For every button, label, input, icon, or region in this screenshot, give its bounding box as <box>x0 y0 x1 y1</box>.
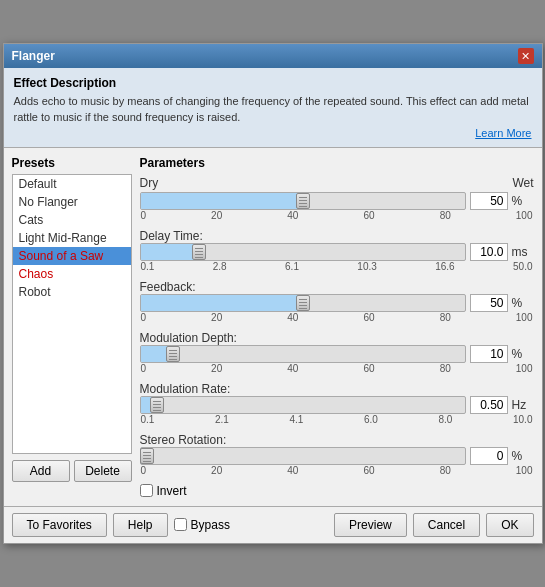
stereo-rotation-param: Stereo Rotation: % 020406080100 <box>140 433 534 476</box>
mod-depth-value[interactable] <box>470 345 508 363</box>
presets-list: Default No Flanger Cats Light Mid-Range … <box>12 174 132 454</box>
stereo-rotation-slider[interactable] <box>140 447 466 465</box>
delay-time-label: Delay Time: <box>140 229 534 243</box>
mod-depth-marks: 020406080100 <box>140 363 534 374</box>
invert-checkbox[interactable] <box>140 484 153 497</box>
preset-item-cats[interactable]: Cats <box>13 211 131 229</box>
learn-more-link[interactable]: Learn More <box>14 127 532 139</box>
mod-rate-value[interactable] <box>470 396 508 414</box>
flanger-dialog: Flanger ✕ Effect Description Adds echo t… <box>3 43 543 544</box>
stereo-rotation-label: Stereo Rotation: <box>140 433 534 447</box>
mod-depth-label: Modulation Depth: <box>140 331 534 345</box>
stereo-rotation-unit: % <box>512 449 534 463</box>
feedback-label: Feedback: <box>140 280 534 294</box>
stereo-rotation-value[interactable] <box>470 447 508 465</box>
add-preset-button[interactable]: Add <box>12 460 70 482</box>
preset-item-robot[interactable]: Robot <box>13 283 131 301</box>
wet-label: Wet <box>512 176 533 190</box>
presets-panel: Presets Default No Flanger Cats Light Mi… <box>12 156 132 498</box>
delay-time-slider-container: ms <box>140 243 534 261</box>
effect-description-section: Effect Description Adds echo to music by… <box>4 68 542 148</box>
main-content: Presets Default No Flanger Cats Light Mi… <box>4 148 542 506</box>
mod-depth-param: Modulation Depth: % 020406080100 <box>140 331 534 374</box>
close-button[interactable]: ✕ <box>518 48 534 64</box>
dialog-title: Flanger <box>12 49 55 63</box>
mod-rate-marks: 0.12.14.16.08.010.0 <box>140 414 534 425</box>
invert-row: Invert <box>140 484 534 498</box>
dry-wet-slider-container: % <box>140 192 534 210</box>
help-button[interactable]: Help <box>113 513 168 537</box>
mod-rate-unit: Hz <box>512 398 534 412</box>
footer-right: Preview Cancel OK <box>334 513 533 537</box>
preset-item-light-mid-range[interactable]: Light Mid-Range <box>13 229 131 247</box>
preset-item-chaos[interactable]: Chaos <box>13 265 131 283</box>
preset-buttons: Add Delete <box>12 460 132 482</box>
ok-button[interactable]: OK <box>486 513 533 537</box>
title-bar: Flanger ✕ <box>4 44 542 68</box>
mod-rate-slider-container: Hz <box>140 396 534 414</box>
bypass-section: Bypass <box>174 518 230 532</box>
mod-depth-unit: % <box>512 347 534 361</box>
preset-item-sound-of-a-saw[interactable]: Sound of a Saw <box>13 247 131 265</box>
effect-description-text: Adds echo to music by means of changing … <box>14 94 532 125</box>
feedback-value[interactable] <box>470 294 508 312</box>
delay-time-unit: ms <box>512 245 534 259</box>
feedback-marks: 020406080100 <box>140 312 534 323</box>
mod-rate-label: Modulation Rate: <box>140 382 534 396</box>
dry-wet-param: Dry Wet % 020406080100 <box>140 176 534 221</box>
feedback-slider-container: % <box>140 294 534 312</box>
dry-wet-labels: Dry Wet <box>140 176 534 190</box>
footer-left: To Favorites Help <box>12 513 168 537</box>
dry-wet-marks: 020406080100 <box>140 210 534 221</box>
dry-wet-value[interactable] <box>470 192 508 210</box>
delay-time-param: Delay Time: ms 0.12.86.110.316.650.0 <box>140 229 534 272</box>
to-favorites-button[interactable]: To Favorites <box>12 513 107 537</box>
presets-heading: Presets <box>12 156 132 170</box>
stereo-rotation-slider-container: % <box>140 447 534 465</box>
effect-description-heading: Effect Description <box>14 76 532 90</box>
parameters-panel: Parameters Dry Wet % 020406080100 <box>140 156 534 498</box>
feedback-param: Feedback: % 020406080100 <box>140 280 534 323</box>
mod-depth-slider-container: % <box>140 345 534 363</box>
bypass-checkbox[interactable] <box>174 518 187 531</box>
dry-label: Dry <box>140 176 159 190</box>
footer: To Favorites Help Bypass Preview Cancel … <box>4 506 542 543</box>
preset-item-default[interactable]: Default <box>13 175 131 193</box>
parameters-heading: Parameters <box>140 156 534 170</box>
invert-label: Invert <box>157 484 187 498</box>
bypass-label: Bypass <box>191 518 230 532</box>
stereo-rotation-marks: 020406080100 <box>140 465 534 476</box>
delay-time-value[interactable] <box>470 243 508 261</box>
delay-time-marks: 0.12.86.110.316.650.0 <box>140 261 534 272</box>
mod-rate-slider[interactable] <box>140 396 466 414</box>
cancel-button[interactable]: Cancel <box>413 513 480 537</box>
dry-wet-slider[interactable] <box>140 192 466 210</box>
delete-preset-button[interactable]: Delete <box>74 460 132 482</box>
mod-depth-slider[interactable] <box>140 345 466 363</box>
feedback-unit: % <box>512 296 534 310</box>
feedback-slider[interactable] <box>140 294 466 312</box>
dry-wet-unit: % <box>512 194 534 208</box>
delay-time-slider[interactable] <box>140 243 466 261</box>
mod-rate-param: Modulation Rate: Hz 0.12.14.16.08.010.0 <box>140 382 534 425</box>
preview-button[interactable]: Preview <box>334 513 407 537</box>
preset-item-no-flanger[interactable]: No Flanger <box>13 193 131 211</box>
